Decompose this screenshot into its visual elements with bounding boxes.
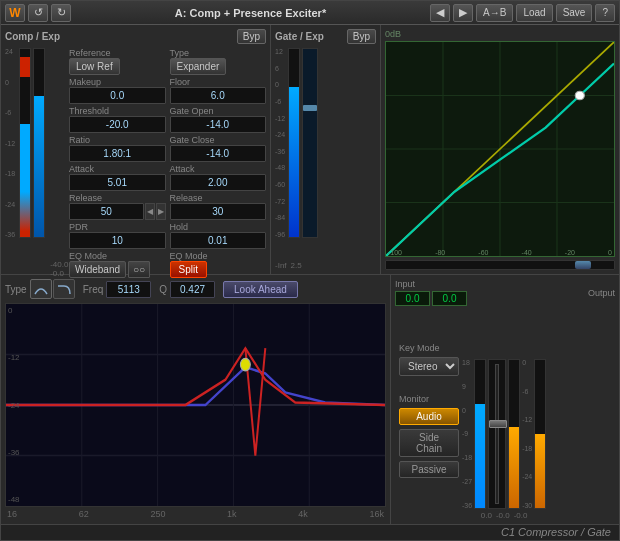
gate-inner: 12 6 0 -6 -12 -24 -36 -48 -60 -72 -84 -9… (275, 48, 376, 259)
look-ahead-button[interactable]: Look Ahead (223, 281, 298, 298)
input-val-1[interactable]: 0.0 (395, 291, 430, 306)
attack-row: Attack 5.01 Attack 2.00 (69, 164, 266, 191)
input-group: Input 0.0 0.0 (395, 279, 467, 306)
eqmode-label: EQ Mode (69, 251, 166, 261)
release2-group: Release 30 (170, 193, 267, 220)
type-button[interactable]: Expander (170, 58, 227, 75)
gate-bottom-row: -Inf 2.5 (275, 261, 376, 270)
key-mode-label: Key Mode (399, 343, 459, 353)
bell-filter-icon (33, 282, 49, 296)
thresh-gateopen-row: Threshold -20.0 Gate Open -14.0 (69, 106, 266, 133)
undo-button[interactable]: ↺ (28, 4, 48, 22)
ab-button[interactable]: A→B (476, 4, 513, 22)
comp-title: Comp / Exp (5, 31, 60, 42)
eqmode2-group: EQ Mode Split (170, 251, 267, 278)
threshold-label: Threshold (69, 106, 166, 116)
comp-inner: 24 0 -6 -12 -18 -24 -36 (5, 48, 266, 278)
freq-axis-labels: 16 62 250 1k 4k 16k (5, 508, 386, 520)
low-filter-icon (56, 282, 72, 296)
comp-section: Comp / Exp Byp 24 0 -6 -12 -18 (1, 25, 271, 274)
save-button[interactable]: Save (556, 4, 593, 22)
main-area: Comp / Exp Byp 24 0 -6 -12 -18 (1, 25, 619, 524)
hold-value[interactable]: 0.01 (170, 232, 267, 249)
input-val-2[interactable]: 0.0 (432, 291, 467, 306)
pdr-value[interactable]: 10 (69, 232, 166, 249)
makeup-value[interactable]: 0.0 (69, 87, 166, 104)
input-meter-bar (474, 359, 486, 509)
ratio-value[interactable]: 1.80:1 (69, 145, 166, 162)
redo-button[interactable]: ↻ (51, 4, 71, 22)
q-group: Q 0.427 (159, 281, 215, 298)
release-group: Release 50 ◀ ▶ (69, 193, 166, 220)
next-preset-button[interactable]: ▶ (453, 4, 473, 22)
gate-bar-1 (288, 48, 300, 238)
eq-section: Type (1, 275, 391, 524)
vu-meter-left: 24 0 -6 -12 -18 -24 -36 (5, 48, 16, 278)
gate-title: Gate / Exp (275, 31, 324, 42)
release-input-row: 50 ◀ ▶ (69, 203, 166, 220)
vu-fill-2 (34, 96, 44, 237)
monitor-passive-button[interactable]: Passive (399, 461, 459, 478)
eqmode-row: EQ Mode Wideband ○○ EQ Mode (69, 251, 266, 278)
type-filter-low[interactable] (53, 279, 75, 299)
monitor-audio-button[interactable]: Audio (399, 408, 459, 425)
help-button[interactable]: ? (595, 4, 615, 22)
floor-group: Floor 6.0 (170, 77, 267, 104)
vu-meters: 24 0 -6 -12 -18 -24 -36 (5, 48, 65, 278)
vu-bottom-labels: -40.0 -0.0 (50, 48, 68, 278)
top-bar-right: ◀ ▶ A→B Load Save ? (430, 4, 615, 22)
reference-button[interactable]: Low Ref (69, 58, 120, 75)
freq-value[interactable]: 5113 (106, 281, 151, 298)
input-label: Input (395, 279, 467, 289)
q-value[interactable]: 0.427 (170, 281, 215, 298)
transfer-slider[interactable] (385, 260, 615, 270)
type-filter-bell[interactable] (30, 279, 52, 299)
gate-close-value[interactable]: -14.0 (170, 145, 267, 162)
gate-meters (288, 48, 318, 259)
load-button[interactable]: Load (516, 4, 552, 22)
hold-label: Hold (170, 222, 267, 232)
gate-slider-thumb[interactable] (303, 105, 317, 111)
svg-point-15 (240, 358, 250, 371)
eqmode-group: EQ Mode Wideband ○○ (69, 251, 166, 278)
key-mode-select[interactable]: Stereo (399, 357, 459, 376)
ref-group: Reference Low Ref (69, 48, 166, 75)
gate-byp-button[interactable]: Byp (347, 29, 376, 44)
release-value[interactable]: 50 (69, 203, 144, 220)
threshold-value[interactable]: -20.0 (69, 116, 166, 133)
output-group: Output (588, 288, 615, 298)
output-meter-fill-1 (509, 427, 519, 508)
monitor-sidechain-button[interactable]: Side Chain (399, 429, 459, 457)
makeup-group: Makeup 0.0 (69, 77, 166, 104)
prev-preset-button[interactable]: ◀ (430, 4, 450, 22)
plugin-container: W ↺ ↻ A: Comp + Presence Exciter* ◀ ▶ A→… (0, 0, 620, 541)
floor-value[interactable]: 6.0 (170, 87, 267, 104)
attack-group: Attack 5.01 (69, 164, 166, 191)
eqmode2-label: EQ Mode (170, 251, 267, 261)
attack2-value[interactable]: 2.00 (170, 174, 267, 191)
vu-bars (19, 48, 45, 278)
attack-value[interactable]: 5.01 (69, 174, 166, 191)
reference-label: Reference (69, 48, 166, 58)
release2-value[interactable]: 30 (170, 203, 267, 220)
gate-bar-2 (302, 48, 318, 238)
release-right-arrow[interactable]: ▶ (156, 203, 166, 220)
input-meter-fill (475, 404, 485, 508)
transfer-slider-thumb[interactable] (575, 261, 591, 269)
hold-group: Hold 0.01 (170, 222, 267, 249)
release-left-arrow[interactable]: ◀ (145, 203, 155, 220)
comp-byp-button[interactable]: Byp (237, 29, 266, 44)
plugin-footer-label: C1 Compressor / Gate (501, 526, 611, 538)
eq-svg (6, 304, 385, 506)
top-section: Comp / Exp Byp 24 0 -6 -12 -18 (1, 25, 619, 275)
vu-red-1 (20, 57, 30, 77)
release-label: Release (69, 193, 166, 203)
type-freq-group: Type (5, 279, 75, 299)
eq-header: Type (5, 279, 386, 299)
input-meter-group: 18 9 0 -9 -18 -27 -36 (462, 309, 546, 520)
floor-label: Floor (170, 77, 267, 87)
transfer-graph: -100 -80 -60 -40 -20 0 (385, 41, 615, 257)
input-slider-thumb[interactable] (489, 420, 507, 428)
top-bar-left: W ↺ ↻ (5, 4, 71, 22)
gate-open-value[interactable]: -14.0 (170, 116, 267, 133)
